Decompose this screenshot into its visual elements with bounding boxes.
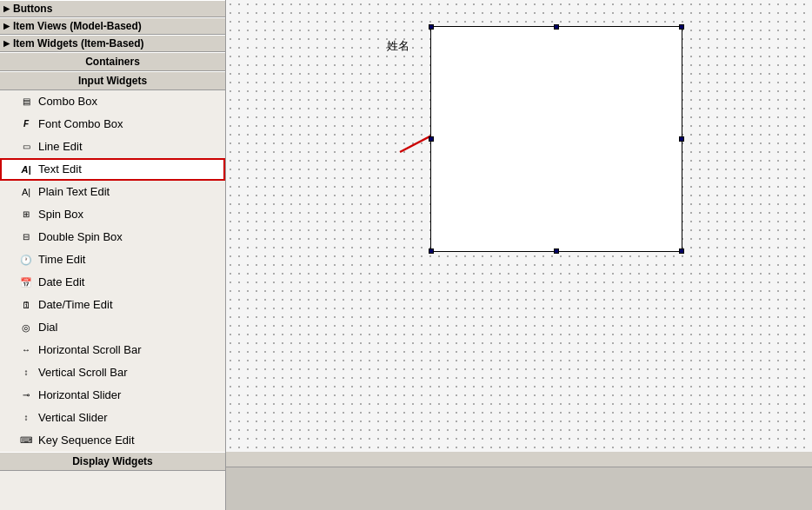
- vertical-scroll-bar-label: Vertical Scroll Bar: [38, 363, 128, 382]
- sidebar-item-date-edit[interactable]: 📅 Date Edit: [0, 271, 225, 294]
- sidebar-item-dial[interactable]: ◎ Dial: [0, 316, 225, 339]
- time-edit-icon: 🕐: [19, 253, 33, 267]
- sidebar-item-date-time-edit[interactable]: 🗓 Date/Time Edit: [0, 294, 225, 316]
- handle-middle-right[interactable]: [679, 136, 684, 142]
- item-views-arrow-icon: ▶: [3, 22, 10, 30]
- vertical-scroll-bar-icon: ↕: [19, 366, 33, 380]
- plain-text-edit-icon: A|: [19, 185, 33, 199]
- vertical-slider-label: Vertical Slider: [38, 408, 107, 427]
- date-edit-label: Date Edit: [38, 273, 84, 292]
- sidebar-item-spin-box[interactable]: ⊞ Spin Box: [0, 203, 225, 226]
- spin-box-icon: ⊞: [19, 208, 33, 222]
- handle-top-left[interactable]: [429, 24, 434, 30]
- canvas-bottom-bar: [226, 467, 812, 510]
- text-edit-widget[interactable]: [430, 26, 682, 252]
- key-sequence-edit-icon: ⌨: [19, 434, 33, 447]
- sidebar-item-combo-box[interactable]: ▤ Combo Box: [0, 90, 225, 113]
- horizontal-scroll-bar-label: Horizontal Scroll Bar: [38, 341, 142, 360]
- double-spin-box-icon: ⊟: [19, 230, 33, 244]
- key-sequence-edit-label: Key Sequence Edit: [38, 431, 135, 450]
- spin-box-label: Spin Box: [38, 205, 83, 224]
- containers-label: Containers: [85, 56, 140, 68]
- sidebar-item-plain-text-edit[interactable]: A| Plain Text Edit: [0, 181, 225, 203]
- combo-box-label: Combo Box: [38, 92, 97, 111]
- text-edit-icon: A|: [19, 162, 33, 176]
- handle-bottom-right[interactable]: [679, 248, 684, 254]
- display-widgets-label: Display Widgets: [72, 455, 153, 467]
- horizontal-slider-icon: ⊸: [19, 388, 33, 402]
- line-edit-label: Line Edit: [38, 137, 83, 156]
- item-views-label: Item Views (Model-Based): [13, 20, 142, 32]
- form-label: 姓名: [387, 38, 409, 54]
- sidebar-section-containers[interactable]: Containers: [0, 52, 225, 71]
- sidebar-item-horizontal-scroll-bar[interactable]: ↔ Horizontal Scroll Bar: [0, 339, 225, 361]
- date-time-edit-label: Date/Time Edit: [38, 295, 113, 315]
- input-widgets-label: Input Widgets: [78, 75, 147, 87]
- date-time-edit-icon: 🗓: [19, 298, 33, 312]
- sidebar-item-font-combo-box[interactable]: F Font Combo Box: [0, 113, 225, 136]
- sidebar-section-input-widgets[interactable]: Input Widgets: [0, 71, 225, 90]
- line-edit-icon: ▭: [19, 140, 33, 154]
- combo-box-icon: ▤: [19, 95, 33, 109]
- sidebar-item-horizontal-slider[interactable]: ⊸ Horizontal Slider: [0, 384, 225, 407]
- item-widgets-arrow-icon: ▶: [3, 39, 10, 48]
- double-spin-box-label: Double Spin Box: [38, 228, 123, 247]
- canvas-region: 姓名: [226, 0, 812, 510]
- sidebar-item-vertical-scroll-bar[interactable]: ↕ Vertical Scroll Bar: [0, 361, 225, 384]
- sidebar-section-display-widgets[interactable]: Display Widgets: [0, 452, 225, 471]
- sidebar-section-item-widgets[interactable]: ▶ Item Widgets (Item-Based): [0, 35, 225, 52]
- handle-bottom-left[interactable]: [429, 248, 434, 254]
- horizontal-scroll-bar-icon: ↔: [19, 343, 33, 357]
- handle-middle-left[interactable]: [429, 136, 434, 142]
- plain-text-edit-label: Plain Text Edit: [38, 182, 110, 202]
- sidebar-item-double-spin-box[interactable]: ⊟ Double Spin Box: [0, 226, 225, 248]
- font-combo-box-label: Font Combo Box: [38, 115, 123, 134]
- horizontal-slider-label: Horizontal Slider: [38, 386, 121, 405]
- vertical-slider-icon: ↕: [19, 411, 33, 425]
- dial-label: Dial: [38, 318, 57, 337]
- handle-bottom-center[interactable]: [554, 248, 559, 254]
- buttons-label: Buttons: [13, 3, 52, 15]
- sidebar-item-time-edit[interactable]: 🕐 Time Edit: [0, 248, 225, 271]
- dotted-background[interactable]: 姓名: [226, 0, 812, 452]
- sidebar-item-key-sequence-edit[interactable]: ⌨ Key Sequence Edit: [0, 429, 225, 452]
- widget-sidebar: ▶ Buttons ▶ Item Views (Model-Based) ▶ I…: [0, 0, 226, 510]
- font-combo-box-icon: F: [19, 117, 33, 131]
- sidebar-section-item-views[interactable]: ▶ Item Views (Model-Based): [0, 17, 225, 35]
- sidebar-item-text-edit[interactable]: A| Text Edit: [0, 158, 225, 181]
- handle-top-center[interactable]: [554, 24, 559, 30]
- sidebar-section-buttons[interactable]: ▶ Buttons: [0, 0, 225, 17]
- main-canvas-area: 姓名: [226, 0, 812, 510]
- text-edit-label: Text Edit: [38, 160, 82, 179]
- sidebar-item-vertical-slider[interactable]: ↕ Vertical Slider: [0, 407, 225, 429]
- input-widgets-group: ▤ Combo Box F Font Combo Box ▭ Line Edit…: [0, 90, 225, 452]
- buttons-arrow-icon: ▶: [3, 4, 10, 13]
- time-edit-label: Time Edit: [38, 250, 85, 269]
- sidebar-item-line-edit[interactable]: ▭ Line Edit: [0, 136, 225, 158]
- item-widgets-label: Item Widgets (Item-Based): [13, 37, 144, 50]
- dial-icon: ◎: [19, 321, 33, 334]
- date-edit-icon: 📅: [19, 275, 33, 289]
- handle-top-right[interactable]: [679, 24, 684, 30]
